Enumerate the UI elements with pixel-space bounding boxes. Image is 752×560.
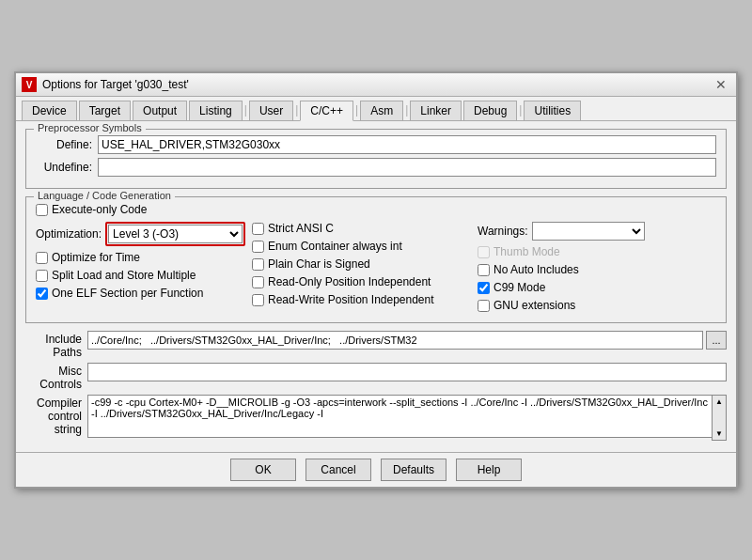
read-only-checkbox[interactable] [252,276,264,288]
warnings-row: Warnings: [478,222,666,241]
optimization-select[interactable]: Level 0 (-O0) Level 1 (-O1) Level 2 (-O2… [108,225,243,243]
footer: OK Cancel Defaults Help [16,452,736,487]
tab-device[interactable]: Device [22,101,77,120]
optimization-dropdown-wrapper: Level 0 (-O0) Level 1 (-O1) Level 2 (-O2… [105,222,245,246]
read-only-row: Read-Only Position Independent [252,275,478,288]
read-write-label: Read-Write Position Independent [268,293,434,306]
cancel-button[interactable]: Cancel [306,459,371,481]
include-paths-input[interactable] [87,331,703,350]
strict-ansi-row: Strict ANSI C [252,222,478,235]
misc-controls-input-wrap [87,363,727,381]
undefine-row: Undefine: [36,158,716,177]
gnu-extensions-checkbox[interactable] [478,300,490,312]
lang-col3: Warnings: Thumb Mode No Auto Includes [478,222,666,315]
plain-char-checkbox[interactable] [252,258,264,271]
undefine-input[interactable] [98,158,716,177]
read-write-row: Read-Write Position Independent [252,293,478,306]
tab-sep5: | [519,101,522,120]
title-bar-left: V Options for Target 'g030_test' [22,77,189,92]
one-elf-row: One ELF Section per Function [36,287,252,300]
include-paths-browse-btn[interactable]: ... [706,331,727,350]
define-input[interactable] [98,135,716,154]
plain-char-label: Plain Char is Signed [268,257,370,271]
c99-mode-label: C99 Mode [494,281,545,294]
tab-debug[interactable]: Debug [463,101,517,120]
misc-controls-input[interactable] [87,363,727,381]
scroll-up-arrow[interactable]: ▲ [713,396,725,408]
tab-cpp[interactable]: C/C++ [300,101,353,121]
thumb-mode-label: Thumb Mode [494,245,560,258]
plain-char-row: Plain Char is Signed [252,257,478,271]
enum-container-checkbox[interactable] [252,241,264,253]
compiler-control-textarea[interactable]: -c99 -c -cpu Cortex-M0+ -D__MICROLIB -g … [87,395,727,438]
ok-button[interactable]: OK [230,459,296,481]
tab-content: Preprocessor Symbols Define: Undefine: L… [16,121,736,452]
misc-controls-label: MiscControls [25,363,82,391]
optimize-time-checkbox[interactable] [36,252,48,264]
tabs-bar: Device Target Output Listing | User | C/… [16,97,736,121]
tab-sep2: | [295,101,298,120]
tab-listing[interactable]: Listing [189,101,243,120]
app-icon: V [22,77,37,92]
compiler-control-label: Compilercontrolstring [25,395,82,436]
compiler-control-wrap: -c99 -c -cpu Cortex-M0+ -D__MICROLIB -g … [87,395,727,441]
execute-only-label: Execute-only Code [52,203,147,216]
language-group-label: Language / Code Generation [34,190,175,201]
tab-sep3: | [355,101,358,120]
read-only-label: Read-Only Position Independent [268,275,431,288]
strict-ansi-label: Strict ANSI C [268,222,334,235]
no-auto-includes-checkbox[interactable] [478,264,490,276]
enum-container-row: Enum Container always int [252,240,478,253]
lang-grid: Optimization: Level 0 (-O0) Level 1 (-O1… [36,222,716,315]
split-load-row: Split Load and Store Multiple [36,269,252,282]
tab-output[interactable]: Output [133,101,187,120]
preprocessor-group: Preprocessor Symbols Define: Undefine: [25,129,727,189]
compiler-scrollbar[interactable]: ▲ ▼ [712,395,727,441]
execute-only-row: Execute-only Code [36,203,716,216]
read-write-checkbox[interactable] [252,294,264,306]
close-button[interactable]: ✕ [712,77,730,92]
compiler-control-row: Compilercontrolstring -c99 -c -cpu Corte… [25,395,727,441]
preprocessor-group-label: Preprocessor Symbols [34,122,146,133]
gnu-extensions-label: GNU extensions [494,299,575,312]
lang-col1: Optimization: Level 0 (-O0) Level 1 (-O1… [36,222,252,315]
include-paths-row: IncludePaths ... [25,331,727,359]
thumb-mode-row: Thumb Mode [478,245,666,258]
defaults-button[interactable]: Defaults [381,459,446,481]
strict-ansi-checkbox[interactable] [252,223,264,235]
warnings-select[interactable] [532,222,645,241]
misc-controls-row: MiscControls [25,363,727,391]
include-paths-label: IncludePaths [25,331,82,359]
define-row: Define: [36,135,716,154]
split-load-label: Split Load and Store Multiple [52,269,196,282]
tab-utilities[interactable]: Utilities [524,101,581,120]
tab-user[interactable]: User [249,101,293,120]
language-group: Language / Code Generation Execute-only … [25,196,727,323]
optimization-label: Optimization: [36,227,102,241]
include-paths-input-wrap: ... [87,331,727,350]
optimize-time-label: Optimize for Time [52,251,140,264]
tab-linker[interactable]: Linker [410,101,462,120]
optimize-time-row: Optimize for Time [36,251,252,264]
warnings-label: Warnings: [478,225,528,238]
one-elf-label: One ELF Section per Function [52,287,203,300]
undefine-label: Undefine: [36,161,92,174]
main-window: V Options for Target 'g030_test' ✕ Devic… [14,71,738,489]
thumb-mode-checkbox [478,246,490,258]
c99-mode-checkbox[interactable] [478,282,490,294]
c99-mode-row: C99 Mode [478,281,666,294]
title-bar: V Options for Target 'g030_test' ✕ [16,73,736,97]
tab-sep4: | [405,101,408,120]
help-button[interactable]: Help [456,459,522,481]
gnu-extensions-row: GNU extensions [478,299,666,312]
one-elf-checkbox[interactable] [36,288,48,300]
no-auto-includes-label: No Auto Includes [494,263,579,276]
tab-asm[interactable]: Asm [360,101,403,120]
define-label: Define: [36,138,92,151]
execute-only-checkbox[interactable] [36,204,48,216]
split-load-checkbox[interactable] [36,270,48,282]
lang-col2: Strict ANSI C Enum Container always int … [252,222,478,315]
scroll-down-arrow[interactable]: ▼ [713,428,725,440]
no-auto-includes-row: No Auto Includes [478,263,666,276]
tab-target[interactable]: Target [79,101,131,120]
